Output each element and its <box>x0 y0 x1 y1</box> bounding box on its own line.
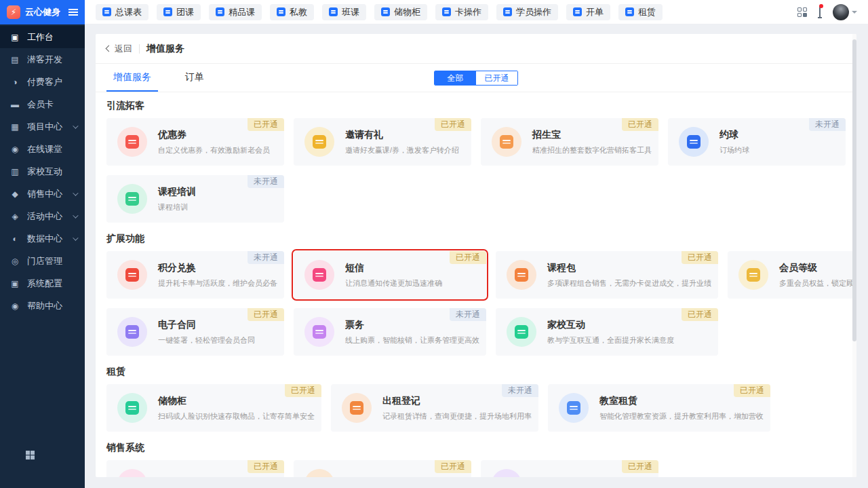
card-school-home[interactable]: 已开通 家校互动教与学互联互通，全面提升家长满意度 <box>496 308 718 356</box>
cashier-icon <box>117 469 147 477</box>
card-ball-booking[interactable]: 未开通 约球订场约球 <box>668 118 846 166</box>
section-title: 租赁 <box>106 365 846 377</box>
paying-customers-icon: ◑ <box>9 77 20 87</box>
sidebar-item-label: 付费客户 <box>27 76 62 88</box>
nav-group-class-button[interactable]: 团课 <box>157 4 201 20</box>
main-column: 总课表 团课 精品课 私教 班课 储物柜 卡操作 学员操作 开单 租赁 返回 增… <box>85 0 868 488</box>
card-ops-icon <box>442 7 451 16</box>
card-invite[interactable]: 已开通 邀请有礼邀请好友赢课/券，激发客户转介绍 <box>294 118 471 166</box>
help-center-icon: ◉ <box>9 301 20 311</box>
card-member-level[interactable]: 已开通 会员等级多重会员权益，锁定顾客未来消费 <box>728 251 856 299</box>
filter-all-option[interactable]: 全部 <box>435 71 476 85</box>
sidebar-item-sales-center[interactable]: ◆销售中心 <box>0 183 85 205</box>
sidebar-item-label: 数据中心 <box>27 233 62 245</box>
nav-member-ops-button[interactable]: 学员操作 <box>496 4 558 20</box>
sidebar-item-label: 门店管理 <box>27 255 62 267</box>
points-coins-icon <box>117 260 147 290</box>
nav-schedule-button[interactable]: 总课表 <box>96 4 149 20</box>
status-badge: 已开通 <box>285 384 321 397</box>
class-course-icon <box>329 7 338 16</box>
tabs-bar: 增值服务 订单 全部 已开通 <box>96 64 856 92</box>
sidebar-item-paying-customers[interactable]: ◑付费客户 <box>0 71 85 93</box>
crown-icon <box>738 260 768 290</box>
school-home-icon: ▥ <box>9 167 20 176</box>
locker-icon <box>117 393 147 423</box>
gift-icon <box>304 127 334 157</box>
card-sale-icon <box>304 469 334 477</box>
sidebar-item-label: 系统配置 <box>27 278 62 290</box>
user-menu[interactable] <box>833 4 857 20</box>
sidebar-item-workbench[interactable]: ▣工作台 <box>0 26 85 48</box>
card-rental-register[interactable]: 未开通 出租登记记录租赁详情，查询更便捷，提升场地利用率 <box>331 384 538 432</box>
sidebar-item-online-class[interactable]: ◉在线课堂 <box>0 138 85 160</box>
sidebar-item-member-card[interactable]: ▬会员卡 <box>0 93 85 115</box>
billing-icon <box>573 7 582 16</box>
calendar-ball-icon <box>679 127 709 157</box>
status-badge: 已开通 <box>435 460 471 473</box>
card-course-package[interactable]: 已开通 课程包多项课程组合销售，无需办卡促进成交，提升业绩 <box>496 251 718 299</box>
card-ticketing[interactable]: 未开通 票务线上购票，智能核销，让票务管理更高效 <box>294 308 486 356</box>
sidebar-item-project-center[interactable]: ▦项目中心 <box>0 115 85 138</box>
mall-icon <box>492 469 521 477</box>
sales-center-icon: ◆ <box>9 189 20 199</box>
card-e-contract[interactable]: 已开通 电子合同一键签署，轻松管理会员合同 <box>106 308 284 356</box>
apps-grid-icon[interactable] <box>26 451 35 459</box>
card-cashier[interactable]: 已开通 菲特云收银 <box>106 460 284 477</box>
sidebar-header: ⚡ 云心健身 <box>0 0 85 24</box>
scrollbar-thumb[interactable] <box>852 39 856 341</box>
nav-premium-class-button[interactable]: 精品课 <box>209 4 262 20</box>
back-button[interactable]: 返回 <box>106 43 132 55</box>
sidebar-item-help-center[interactable]: ◉帮助中心 <box>0 295 85 317</box>
card-online-card-sale[interactable]: 已开通 在线售卡 <box>294 460 471 477</box>
service-desc: 多项课程组合销售，无需办卡促进成交，提升业绩 <box>547 278 711 288</box>
status-badge: 已开通 <box>450 251 486 264</box>
course-package-icon <box>507 260 536 290</box>
data-center-icon: ◐ <box>9 234 20 244</box>
avatar <box>833 4 849 20</box>
card-sms[interactable]: 已开通 短信让消息通知传递更加迅速准确 <box>294 251 486 299</box>
sidebar-item-label: 家校互动 <box>27 166 62 178</box>
tab-value-services[interactable]: 增值服务 <box>106 64 158 92</box>
sidebar-item-leads[interactable]: ▤潜客开发 <box>0 48 85 71</box>
sidebar-item-label: 会员卡 <box>27 98 54 111</box>
sidebar-item-store-management[interactable]: ◎门店管理 <box>0 250 85 272</box>
header-divider <box>139 44 140 54</box>
sidebar-item-system-settings[interactable]: ▣系统配置 <box>0 272 85 295</box>
card-grid: 已开通 菲特云收银 已开通 在线售卡 已开通 商城 <box>106 460 846 477</box>
value-services-panel: 返回 增值服务 增值服务 订单 全部 已开通 引流拓客 已开通 <box>96 34 856 477</box>
nav-billing-button[interactable]: 开单 <box>566 4 610 20</box>
sidebar-item-label: 活动中心 <box>27 210 62 223</box>
qr-code-icon[interactable] <box>797 7 807 17</box>
nav-button-label: 储物柜 <box>394 6 420 18</box>
tab-orders[interactable]: 订单 <box>178 64 211 92</box>
card-course-training[interactable]: 未开通 课程培训课程培训 <box>106 175 284 223</box>
main-content: 返回 增值服务 增值服务 订单 全部 已开通 引流拓客 已开通 <box>85 24 868 488</box>
sidebar-item-school-home[interactable]: ▥家校互动 <box>0 160 85 183</box>
sidebar-item-data-center[interactable]: ◐数据中心 <box>0 227 85 250</box>
status-badge: 已开通 <box>435 118 471 131</box>
status-badge: 已开通 <box>734 384 770 397</box>
card-admissions[interactable]: 已开通 招生宝精准招生的整套数字化营销拓客工具 <box>481 118 658 166</box>
nav-locker-button[interactable]: 储物柜 <box>374 4 427 20</box>
nav-rental-button[interactable]: 租赁 <box>618 4 663 20</box>
nav-button-label: 精品课 <box>229 6 255 18</box>
nav-class-course-button[interactable]: 班课 <box>322 4 366 20</box>
filter-opened-option[interactable]: 已开通 <box>476 71 517 85</box>
workbench-icon: ▣ <box>9 33 20 42</box>
card-mall[interactable]: 已开通 商城 <box>481 460 658 477</box>
notification-bell-icon[interactable] <box>819 6 821 18</box>
member-card-icon: ▬ <box>9 100 20 109</box>
sidebar-item-activity-center[interactable]: ◈活动中心 <box>0 205 85 227</box>
card-locker[interactable]: 已开通 储物柜扫码或人脸识别快速存取物品，让寄存简单安全 <box>106 384 321 432</box>
status-badge: 未开通 <box>450 308 486 321</box>
hamburger-menu-icon[interactable] <box>68 12 78 13</box>
card-classroom-rental[interactable]: 已开通 教室租赁智能化管理教室资源，提升教室利用率，增加营收 <box>548 384 770 432</box>
nav-private-coach-button[interactable]: 私教 <box>270 4 314 20</box>
sidebar: ⚡ 云心健身 ▣工作台 ▤潜客开发 ◑付费客户 ▬会员卡 ▦项目中心 ◉在线课堂… <box>0 0 85 488</box>
service-desc: 教与学互联互通，全面提升家长满意度 <box>547 335 674 345</box>
card-coupon[interactable]: 已开通 优惠券自定义优惠券，有效激励新老会员 <box>106 118 284 166</box>
section-title: 扩展功能 <box>106 232 846 244</box>
chat-bubbles-icon <box>507 317 536 347</box>
card-points-exchange[interactable]: 未开通 积分兑换提升耗卡率与活跃度，维护会员必备 <box>106 251 284 299</box>
nav-card-ops-button[interactable]: 卡操作 <box>435 4 488 20</box>
